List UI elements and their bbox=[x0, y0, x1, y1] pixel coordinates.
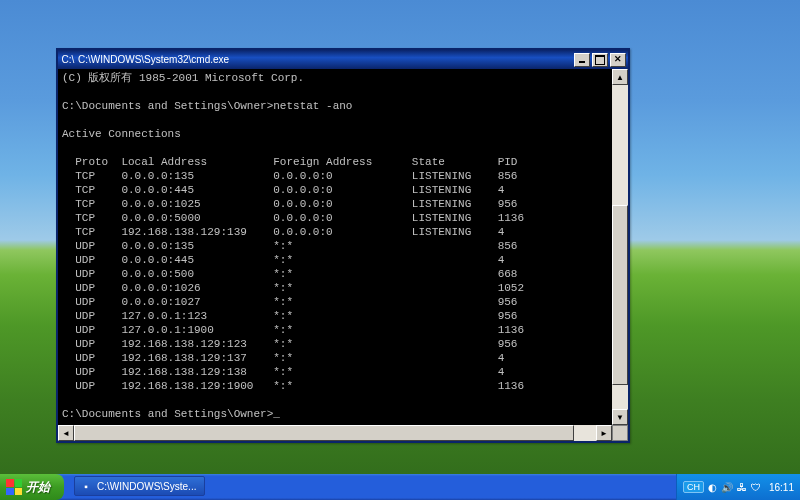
taskbar: 开始 ▪ C:\WINDOWS\Syste... CH ◐ 🔊 🖧 🛡 16:1… bbox=[0, 474, 800, 500]
close-button[interactable] bbox=[610, 53, 626, 67]
windows-logo-icon bbox=[6, 479, 22, 495]
taskbar-item-cmd[interactable]: ▪ C:\WINDOWS\Syste... bbox=[74, 476, 205, 496]
cmd-taskbar-icon: ▪ bbox=[79, 479, 93, 493]
scroll-left-button[interactable]: ◄ bbox=[58, 425, 74, 441]
cmd-icon: C:\ bbox=[62, 54, 74, 66]
scrollbar-corner bbox=[612, 425, 628, 441]
scroll-up-button[interactable]: ▲ bbox=[612, 69, 628, 85]
vertical-scrollbar[interactable]: ▲ ▼ bbox=[612, 69, 628, 425]
clock[interactable]: 16:11 bbox=[769, 482, 794, 493]
network-icon[interactable]: 🖧 bbox=[737, 482, 747, 493]
titlebar[interactable]: C:\ C:\WINDOWS\System32\cmd.exe bbox=[58, 50, 628, 69]
scroll-right-button[interactable]: ► bbox=[596, 425, 612, 441]
vscroll-thumb[interactable] bbox=[612, 205, 628, 385]
console-output[interactable]: (C) 版权所有 1985-2001 Microsoft Corp. C:\Do… bbox=[58, 69, 628, 441]
quick-launch bbox=[64, 474, 72, 500]
shield-icon[interactable]: 🛡 bbox=[751, 482, 761, 493]
language-indicator[interactable]: CH bbox=[683, 481, 704, 493]
start-label: 开始 bbox=[26, 479, 50, 496]
system-tray: CH ◐ 🔊 🖧 🛡 16:11 bbox=[676, 474, 800, 500]
tray-icon[interactable]: ◐ bbox=[708, 482, 717, 493]
desktop[interactable]: C:\ C:\WINDOWS\System32\cmd.exe (C) 版权所有… bbox=[0, 0, 800, 500]
hscroll-track[interactable] bbox=[74, 425, 596, 441]
window-title: C:\WINDOWS\System32\cmd.exe bbox=[78, 50, 574, 69]
scroll-down-button[interactable]: ▼ bbox=[612, 409, 628, 425]
horizontal-scrollbar[interactable]: ◄ ► bbox=[58, 425, 612, 441]
maximize-button[interactable] bbox=[592, 53, 608, 67]
taskbar-item-label: C:\WINDOWS\Syste... bbox=[97, 481, 196, 492]
hscroll-thumb[interactable] bbox=[74, 425, 574, 441]
vscroll-track[interactable] bbox=[612, 85, 628, 409]
start-button[interactable]: 开始 bbox=[0, 474, 64, 500]
volume-icon[interactable]: 🔊 bbox=[721, 482, 733, 493]
window-buttons bbox=[574, 53, 626, 67]
minimize-button[interactable] bbox=[574, 53, 590, 67]
cmd-window: C:\ C:\WINDOWS\System32\cmd.exe (C) 版权所有… bbox=[56, 48, 630, 443]
